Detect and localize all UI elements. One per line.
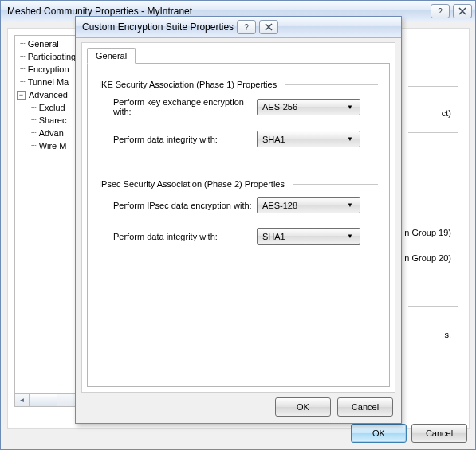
parent-window-title: Meshed Community Properties - MyIntranet xyxy=(7,6,192,17)
tab-general[interactable]: General xyxy=(87,48,136,64)
tab-general-label: General xyxy=(96,51,127,61)
help-icon[interactable]: ? xyxy=(237,20,256,34)
modal-button-row: OK Cancel xyxy=(275,397,393,417)
group-phase2-label: IPsec Security Association (Phase 2) Pro… xyxy=(99,179,285,189)
select-phase2-encryption-value: AES-128 xyxy=(262,201,344,210)
ok-button-label: OK xyxy=(372,428,385,438)
group-phase2: IPsec Security Association (Phase 2) Pro… xyxy=(99,179,378,189)
parent-button-row: OK Cancel xyxy=(351,424,467,443)
chevron-down-icon: ▼ xyxy=(344,104,356,111)
bg-separator xyxy=(408,86,458,87)
bg-text-fragment: n Group 20) xyxy=(404,253,451,263)
cancel-button[interactable]: Cancel xyxy=(337,397,393,417)
row-phase2-integrity: Perform data integrity with: SHA1 ▼ xyxy=(99,228,378,245)
select-phase1-integrity[interactable]: SHA1 ▼ xyxy=(257,131,360,147)
collapse-icon[interactable]: − xyxy=(17,91,26,100)
select-phase2-encryption[interactable]: AES-128 ▼ xyxy=(257,197,360,213)
bg-text-fragment: n Group 19) xyxy=(404,228,451,237)
row-phase1-integrity: Perform data integrity with: SHA1 ▼ xyxy=(99,131,378,147)
bg-text-fragment: s. xyxy=(444,330,451,339)
close-icon[interactable] xyxy=(259,20,278,34)
tab-page-general: IKE Security Association (Phase 1) Prope… xyxy=(87,63,390,387)
select-phase1-encryption[interactable]: AES-256 ▼ xyxy=(257,99,360,115)
select-phase2-integrity-value: SHA1 xyxy=(262,232,344,241)
label-phase2-encryption: Perform IPsec data encryption with: xyxy=(113,201,257,210)
select-phase1-encryption-value: AES-256 xyxy=(262,102,344,112)
row-phase1-encryption: Perform key exchange encryption with: AE… xyxy=(99,97,378,116)
label-phase1-encryption: Perform key exchange encryption with: xyxy=(113,97,257,116)
separator xyxy=(285,84,378,85)
modal-window-title: Custom Encryption Suite Properties xyxy=(82,22,234,33)
bg-separator xyxy=(408,306,458,307)
modal-body: General IKE Security Association (Phase … xyxy=(81,42,395,393)
close-icon[interactable] xyxy=(453,4,472,18)
label-phase2-integrity: Perform data integrity with: xyxy=(113,232,257,241)
cancel-button[interactable]: Cancel xyxy=(411,424,467,443)
tab-strip: General xyxy=(87,48,136,64)
chevron-down-icon: ▼ xyxy=(344,202,356,209)
cancel-button-label: Cancel xyxy=(426,428,453,438)
bg-text-fragment: ct) xyxy=(442,108,451,118)
ok-button[interactable]: OK xyxy=(351,424,407,443)
ok-button[interactable]: OK xyxy=(275,397,331,417)
separator xyxy=(293,184,378,185)
modal-titlebar[interactable]: Custom Encryption Suite Properties ? xyxy=(76,17,401,38)
row-phase2-encryption: Perform IPsec data encryption with: AES-… xyxy=(99,197,378,213)
cancel-button-label: Cancel xyxy=(352,402,379,412)
help-icon[interactable]: ? xyxy=(431,4,450,18)
scroll-thumb[interactable] xyxy=(30,394,57,406)
scroll-left-icon[interactable]: ◄ xyxy=(15,394,30,406)
label-phase1-integrity: Perform data integrity with: xyxy=(113,135,257,144)
group-phase1-label: IKE Security Association (Phase 1) Prope… xyxy=(99,80,277,89)
chevron-down-icon: ▼ xyxy=(344,233,356,240)
select-phase2-integrity[interactable]: SHA1 ▼ xyxy=(257,228,360,245)
group-phase1: IKE Security Association (Phase 1) Prope… xyxy=(99,80,378,89)
bg-separator xyxy=(408,132,458,133)
select-phase1-integrity-value: SHA1 xyxy=(262,135,344,144)
chevron-down-icon: ▼ xyxy=(344,135,356,143)
ok-button-label: OK xyxy=(297,402,309,412)
modal-window: Custom Encryption Suite Properties ? Gen… xyxy=(75,16,402,424)
